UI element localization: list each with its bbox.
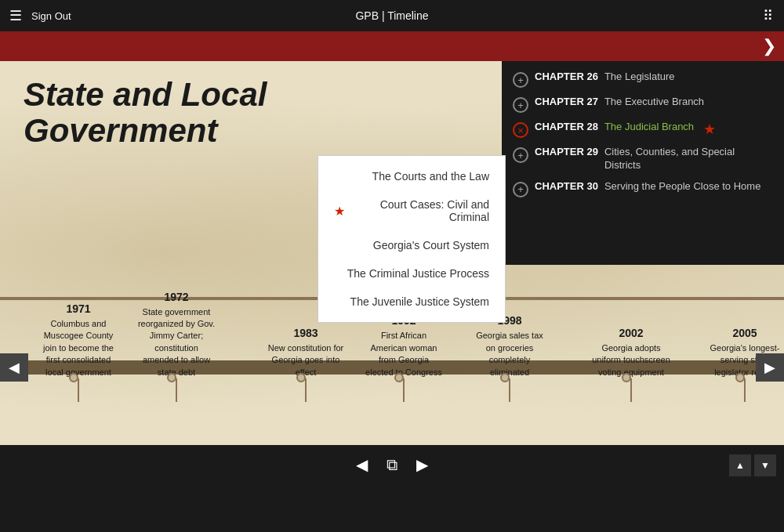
dropdown-item-label: Georgia's Court System (373, 239, 489, 252)
chapter-title: Cities, Counties, and Special Districts (604, 146, 773, 172)
event-dot (735, 373, 745, 382)
timeline-event: 1992First African American woman from Ge… (365, 314, 443, 378)
event-connector-line (744, 378, 746, 402)
top-bar: ☰ Sign Out GPB | Timeline ⠿ (0, 0, 784, 31)
chapter-icon: + (513, 72, 528, 88)
event-dot (394, 373, 404, 382)
bottom-right-arrows: ▲ ▼ (729, 454, 776, 476)
sign-out-button[interactable]: Sign Out (31, 10, 71, 22)
event-dot (69, 373, 78, 382)
event-text: First African American woman from Georgi… (365, 330, 443, 378)
next-button[interactable]: ▶ (410, 452, 434, 477)
timeline-right-arrow[interactable]: ▶ (756, 353, 784, 382)
timeline-event: 1972State government reorganized by Gov.… (137, 291, 216, 378)
chapter-number: CHAPTER 26 (535, 71, 598, 82)
event-text: Georgia sales tax on groceries completel… (470, 330, 549, 378)
event-year: 2002 (619, 327, 643, 339)
main-content: State and Local Government +CHAPTER 26Th… (0, 61, 784, 445)
chapter-number: CHAPTER 30 (535, 180, 598, 192)
dropdown-item-label: The Criminal Justice Process (347, 267, 489, 280)
scroll-up-button[interactable]: ▲ (729, 454, 751, 476)
event-text: Georgia adopts uniform touchscreen votin… (592, 342, 670, 378)
timeline-left-arrow[interactable]: ◀ (0, 353, 28, 382)
bottom-nav: ◀ ⧉ ▶ (350, 452, 434, 477)
event-text: State government reorganized by Gov. Jim… (137, 306, 216, 378)
page-title: State and Local Government (24, 77, 321, 149)
chapter-icon: + (513, 182, 528, 197)
event-dot (296, 373, 306, 382)
star-icon: ★ (334, 204, 345, 219)
event-connector-line (78, 378, 79, 402)
chapter-icon: × (513, 122, 528, 138)
dropdown-item-label: Court Cases: Civil and Criminal (350, 198, 489, 223)
dropdown-item[interactable]: Georgia's Court System (318, 231, 505, 259)
chapter-title: The Judicial Branch (604, 121, 694, 134)
event-connector-line (630, 378, 632, 402)
event-year: 1983 (293, 327, 318, 339)
chapter-row[interactable]: +CHAPTER 29Cities, Counties, and Special… (513, 146, 773, 172)
chapter-number: CHAPTER 29 (535, 146, 598, 157)
chapter-title: The Legislature (604, 71, 675, 84)
timeline-event: 1983New constitution for Georgia goes in… (267, 327, 345, 378)
event-connector-line (176, 378, 177, 402)
chapter-title: The Executive Branch (604, 96, 704, 109)
chapter-row[interactable]: +CHAPTER 26The Legislature (513, 71, 773, 88)
dropdown-item[interactable]: ★Court Cases: Civil and Criminal (318, 190, 505, 231)
chapter-row[interactable]: ×CHAPTER 28The Judicial Branch★ (513, 121, 773, 138)
dropdown-menu: The Courts and the Law★Court Cases: Civi… (318, 155, 506, 323)
dropdown-item-label: The Juvenile Justice System (350, 295, 489, 308)
top-bar-left: ☰ Sign Out (9, 7, 71, 24)
chapter-number: CHAPTER 27 (535, 96, 598, 107)
event-text: New constitution for Georgia goes into e… (267, 342, 345, 378)
event-dot (622, 373, 631, 382)
star-icon: ★ (703, 121, 716, 138)
bottom-bar: ◀ ⧉ ▶ ▲ ▼ (0, 445, 784, 484)
chapter-list: +CHAPTER 26The Legislature+CHAPTER 27The… (502, 61, 784, 265)
scroll-down-button[interactable]: ▼ (754, 454, 776, 476)
chapter-number: CHAPTER 28 (535, 121, 598, 132)
event-dot (167, 373, 176, 382)
chapter-row[interactable]: +CHAPTER 27The Executive Branch (513, 96, 773, 113)
dropdown-item[interactable]: The Courts and the Law (318, 162, 505, 190)
chapter-title: Serving the People Close to Home (604, 180, 760, 194)
event-connector-line (305, 378, 307, 402)
copy-button[interactable]: ⧉ (380, 453, 404, 477)
menu-icon[interactable]: ☰ (9, 7, 22, 24)
event-connector-line (403, 378, 405, 402)
event-dot (500, 373, 510, 382)
event-text: Columbus and Muscogee County join to bec… (39, 318, 118, 378)
grid-icon: ⠿ (763, 7, 775, 24)
timeline-event: 1998Georgia sales tax on groceries compl… (470, 314, 549, 378)
timeline-event: 2002Georgia adopts uniform touchscreen v… (592, 327, 670, 378)
event-year: 1971 (66, 302, 90, 315)
chapter-row[interactable]: +CHAPTER 30Serving the People Close to H… (513, 180, 773, 197)
app-title: GPB | Timeline (355, 9, 428, 22)
event-year: 1972 (164, 291, 188, 303)
dropdown-item[interactable]: The Criminal Justice Process (318, 259, 505, 288)
dropdown-item[interactable]: The Juvenile Justice System (318, 288, 505, 316)
event-connector-line (509, 378, 510, 402)
chapter-icon: + (513, 97, 528, 113)
chapter-icon: + (513, 147, 528, 163)
event-year: 2005 (732, 327, 757, 339)
nav-bar: ❯ (0, 31, 784, 61)
nav-arrow-right[interactable]: ❯ (762, 36, 776, 56)
dropdown-item-label: The Courts and the Law (372, 170, 489, 183)
prev-button[interactable]: ◀ (350, 452, 374, 477)
timeline-event: 1971Columbus and Muscogee County join to… (39, 302, 118, 378)
